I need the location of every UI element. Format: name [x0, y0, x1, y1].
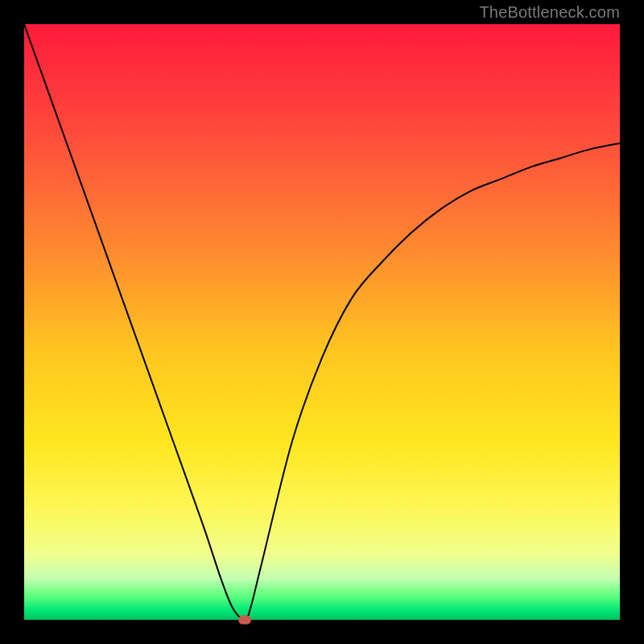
min-point-marker — [238, 616, 251, 625]
plot-area — [24, 24, 620, 620]
bottleneck-curve — [24, 24, 620, 620]
watermark-text: TheBottleneck.com — [479, 3, 620, 22]
chart-frame: TheBottleneck.com — [0, 0, 644, 644]
